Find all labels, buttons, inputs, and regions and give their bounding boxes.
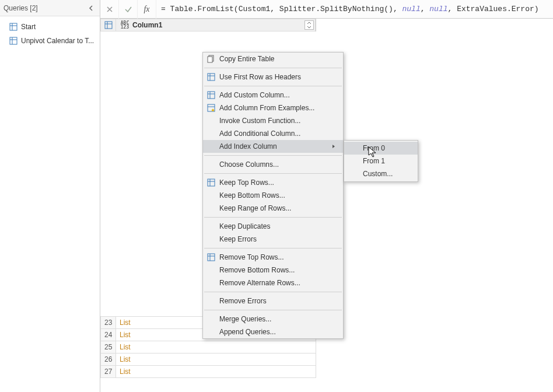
menu-item-add-index-column[interactable]: Add Index Column — [203, 140, 343, 153]
row-number: 26 — [101, 354, 116, 366]
menu-item-keep-top-rows[interactable]: Keep Top Rows... — [203, 176, 343, 189]
blank-icon — [203, 114, 219, 127]
expand-column-icon[interactable] — [304, 20, 314, 30]
menu-item-label: Merge Queries... — [219, 315, 338, 323]
menu-item-label: Add Conditional Column... — [219, 130, 338, 138]
blank-icon — [203, 189, 219, 202]
table-corner-button[interactable] — [101, 19, 116, 32]
menu-item-remove-bottom-rows[interactable]: Remove Bottom Rows... — [203, 264, 343, 276]
menu-separator — [204, 86, 342, 86]
table-icon — [9, 23, 18, 31]
blank-icon — [203, 264, 219, 276]
menu-item-label: Keep Range of Rows... — [219, 204, 338, 212]
formula-part: .FromList(Custom1, Splitter.SplitByNothi… — [193, 5, 402, 13]
svg-rect-22 — [208, 254, 215, 261]
menu-item-keep-duplicates[interactable]: Keep Duplicates — [203, 220, 343, 233]
table-icon — [9, 37, 18, 45]
cell-value[interactable]: List — [116, 366, 316, 378]
cell-value[interactable]: List — [116, 354, 316, 366]
copy-icon — [203, 52, 219, 65]
blank-icon — [203, 295, 219, 307]
menu-item-add-custom-column[interactable]: Add Custom Column... — [203, 89, 343, 102]
submenu-item-custom[interactable]: Custom... — [344, 167, 418, 180]
blank-icon — [203, 313, 219, 326]
query-item-label: Start — [21, 23, 36, 31]
table-icon — [203, 176, 219, 189]
row-number: 23 — [101, 317, 116, 329]
menu-item-choose-columns[interactable]: Choose Columns... — [203, 158, 343, 171]
queries-panel-title: Queries [2] — [4, 4, 86, 12]
menu-item-label: Remove Bottom Rows... — [219, 266, 338, 274]
svg-rect-3 — [10, 37, 17, 44]
menu-item-label: Copy Entire Table — [219, 55, 338, 63]
query-item-unpivot[interactable]: Unpivot Calendar to T... — [0, 34, 100, 48]
menu-item-label: Use First Row as Headers — [219, 73, 338, 81]
submenu-item-label: Custom... — [363, 170, 393, 178]
blank-icon — [203, 140, 219, 153]
commit-formula-button[interactable] — [119, 0, 138, 19]
table-row[interactable]: 26List — [101, 354, 316, 366]
menu-item-merge-queries[interactable]: Merge Queries... — [203, 313, 343, 326]
row-number: 25 — [101, 341, 116, 354]
right-pane: fx = Table.FromList(Custom1, Splitter.Sp… — [100, 0, 553, 392]
menu-item-label: Remove Alternate Rows... — [219, 279, 338, 287]
add-index-column-submenu: From 0From 1Custom... — [344, 140, 418, 182]
menu-item-remove-top-rows[interactable]: Remove Top Rows... — [203, 251, 343, 264]
svg-rect-0 — [10, 23, 17, 30]
formula-text[interactable]: = Table.FromList(Custom1, Splitter.Split… — [156, 5, 553, 13]
menu-item-label: Append Queries... — [219, 328, 338, 336]
menu-item-add-column-from-examples[interactable]: Add Column From Examples... — [203, 102, 343, 114]
row-number: 27 — [101, 366, 116, 378]
table-row[interactable]: 25List — [101, 341, 316, 354]
formula-bar: fx = Table.FromList(Custom1, Splitter.Sp… — [100, 0, 553, 19]
menu-item-keep-bottom-rows[interactable]: Keep Bottom Rows... — [203, 189, 343, 202]
fx-icon[interactable]: fx — [138, 0, 156, 19]
submenu-item-label: From 1 — [363, 157, 385, 165]
table-row[interactable]: 27List — [101, 366, 316, 378]
blank-icon — [203, 220, 219, 233]
query-item-start[interactable]: Start — [0, 20, 100, 34]
submenu-item-label: From 0 — [363, 144, 385, 152]
table-context-menu: Copy Entire TableUse First Row as Header… — [202, 52, 344, 339]
menu-item-label: Keep Top Rows... — [219, 178, 338, 187]
menu-item-label: Keep Duplicates — [219, 222, 338, 230]
menu-item-invoke-custom-function[interactable]: Invoke Custom Function... — [203, 114, 343, 127]
menu-item-append-queries[interactable]: Append Queries... — [203, 326, 343, 338]
data-area: ABC 123 Column1 — [100, 19, 553, 392]
queries-panel-header: Queries [2] — [0, 0, 100, 16]
menu-item-use-first-row-as-headers[interactable]: Use First Row as Headers — [203, 71, 343, 83]
column-header-column1[interactable]: ABC 123 Column1 — [116, 19, 316, 32]
blank-icon — [203, 233, 219, 246]
svg-rect-10 — [208, 57, 212, 62]
collapse-panel-icon[interactable] — [86, 3, 96, 13]
query-item-label: Unpivot Calendar to T... — [21, 37, 94, 45]
blank-icon — [203, 158, 219, 171]
menu-item-remove-alternate-rows[interactable]: Remove Alternate Rows... — [203, 276, 343, 289]
menu-item-label: Invoke Custom Function... — [219, 117, 338, 125]
menu-item-add-conditional-column[interactable]: Add Conditional Column... — [203, 127, 343, 140]
menu-item-remove-errors[interactable]: Remove Errors — [203, 295, 343, 307]
chevron-right-icon — [331, 142, 338, 150]
submenu-item-from-0[interactable]: From 0 — [344, 142, 418, 155]
menu-item-keep-errors[interactable]: Keep Errors — [203, 233, 343, 246]
menu-item-label: Add Custom Column... — [219, 91, 338, 99]
cell-value[interactable]: List — [116, 341, 316, 354]
menu-item-copy-entire-table[interactable]: Copy Entire Table — [203, 52, 343, 65]
table-star-icon — [203, 102, 219, 114]
queries-list: Start Unpivot Calendar to T... — [0, 16, 100, 392]
blank-icon — [203, 202, 219, 215]
submenu-item-from-1[interactable]: From 1 — [344, 155, 418, 167]
cancel-formula-button[interactable] — [100, 0, 119, 19]
menu-separator — [204, 217, 342, 218]
menu-separator — [204, 248, 342, 249]
formula-part: null — [429, 5, 447, 13]
formula-part: = — [161, 5, 170, 13]
menu-item-keep-range-of-rows[interactable]: Keep Range of Rows... — [203, 202, 343, 215]
blank-icon — [203, 326, 219, 338]
menu-separator — [204, 68, 342, 68]
menu-item-label: Remove Errors — [219, 297, 338, 305]
formula-part: Table — [170, 5, 193, 13]
formula-part: , ExtraValues.Error) — [448, 5, 539, 13]
menu-separator — [204, 310, 342, 310]
menu-separator — [204, 155, 342, 156]
